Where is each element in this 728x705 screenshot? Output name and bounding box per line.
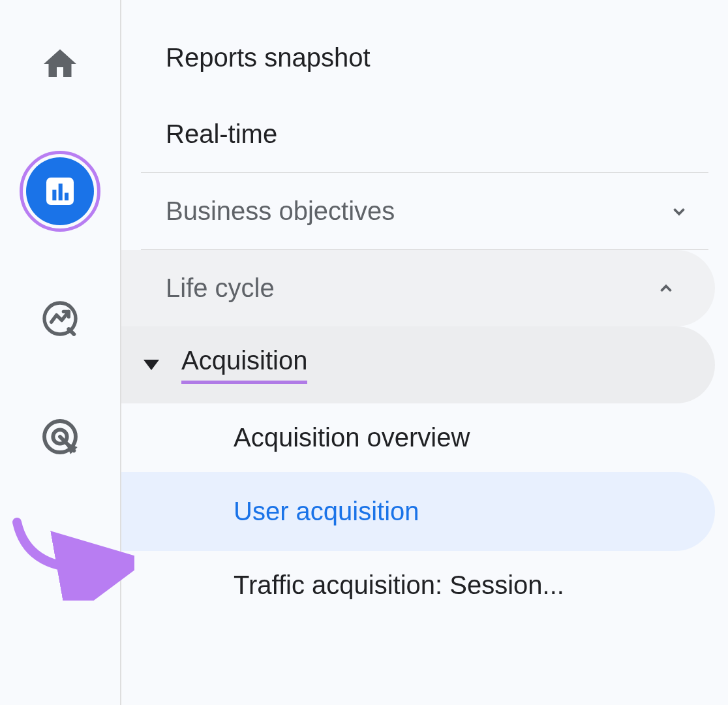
reports-active-circle <box>26 157 94 225</box>
nav-realtime[interactable]: Real-time <box>121 96 728 172</box>
svg-rect-1 <box>52 190 56 200</box>
target-click-icon <box>39 416 81 458</box>
caret-down-icon <box>144 360 159 370</box>
report-user-acquisition[interactable]: User acquisition <box>121 472 715 551</box>
subsection-label: Acquisition <box>181 346 307 384</box>
trend-circle-icon <box>39 298 81 339</box>
chevron-up-icon <box>656 279 676 298</box>
section-label: Life cycle <box>166 274 275 303</box>
rail-advertising[interactable] <box>29 405 91 468</box>
nav-reports-snapshot[interactable]: Reports snapshot <box>121 20 728 96</box>
section-business-objectives[interactable]: Business objectives <box>121 173 728 249</box>
section-label: Business objectives <box>166 196 395 226</box>
rail-explore[interactable] <box>29 287 91 350</box>
icon-rail <box>0 0 121 705</box>
rail-reports[interactable] <box>20 151 100 232</box>
barchart-icon <box>42 173 78 210</box>
home-icon <box>40 44 80 84</box>
chevron-down-icon <box>669 202 689 221</box>
svg-rect-2 <box>59 183 63 200</box>
reports-nav-panel: Reports snapshot Real-time Business obje… <box>121 0 728 705</box>
report-acquisition-overview[interactable]: Acquisition overview <box>121 403 715 472</box>
subsection-acquisition[interactable]: Acquisition <box>121 326 715 403</box>
svg-rect-3 <box>65 193 68 200</box>
rail-home[interactable] <box>29 33 91 95</box>
section-life-cycle[interactable]: Life cycle <box>121 250 715 326</box>
report-traffic-acquisition[interactable]: Traffic acquisition: Session... <box>121 551 715 619</box>
